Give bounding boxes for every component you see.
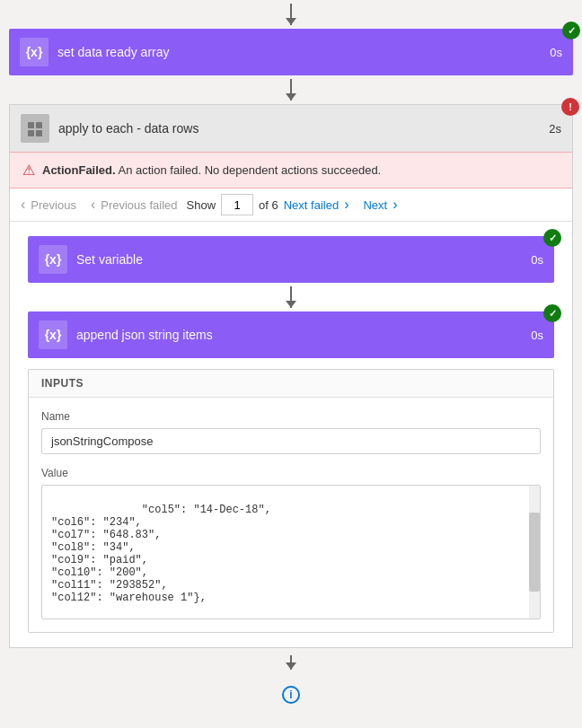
set-variable-left: {x} Set variable bbox=[39, 245, 143, 274]
set-data-ready-block[interactable]: {x} set data ready array 0s ✓ bbox=[9, 29, 573, 75]
main-container: {x} set data ready array 0s ✓ bbox=[0, 0, 582, 713]
value-field-label: Value bbox=[41, 467, 541, 479]
next-button[interactable]: Next bbox=[363, 198, 387, 212]
apply-each-duration: 2s bbox=[549, 122, 561, 136]
arrow-down-1 bbox=[290, 79, 292, 101]
set-variable-status-badge: ✓ bbox=[543, 229, 561, 247]
name-field-label: Name bbox=[41, 410, 541, 423]
set-data-ready-duration: 0s bbox=[550, 46, 562, 59]
scrollbar-thumb[interactable] bbox=[529, 513, 540, 592]
set-variable-wrapper[interactable]: {x} Set variable 0s ✓ bbox=[28, 236, 554, 283]
page-input[interactable] bbox=[221, 194, 253, 215]
error-title: ActionFailed. bbox=[42, 163, 116, 177]
next-failed-button[interactable]: Next failed bbox=[284, 198, 339, 212]
next-chevron[interactable] bbox=[392, 197, 397, 212]
pagination-bar: Previous Previous failed Show of 6 Next … bbox=[10, 189, 572, 222]
name-field-value: jsonStringCompose bbox=[41, 428, 541, 454]
arrow-connector-1 bbox=[9, 75, 573, 104]
value-content: "col5": "14-Dec-18", "col6": "234", "col… bbox=[51, 504, 271, 604]
inputs-header: INPUTS bbox=[29, 370, 553, 398]
info-label: i bbox=[289, 689, 292, 701]
action-left: {x} set data ready array bbox=[20, 38, 170, 66]
apply-each-header-wrapper[interactable]: apply to each - data rows 2s ! bbox=[10, 105, 572, 152]
apply-each-content: {x} Set variable 0s ✓ {x} bbox=[10, 222, 572, 647]
bottom-arrow-down bbox=[290, 655, 292, 670]
inner-arrow-connector bbox=[28, 283, 554, 311]
previous-button[interactable]: Previous bbox=[31, 198, 76, 212]
set-data-ready-status-badge: ✓ bbox=[562, 22, 580, 39]
svg-rect-0 bbox=[28, 122, 34, 128]
svg-rect-2 bbox=[28, 130, 34, 136]
inputs-body: Name jsonStringCompose Value "col5": "14… bbox=[29, 398, 553, 632]
bottom-arrow-connector bbox=[9, 648, 573, 677]
previous-failed-button[interactable]: Previous failed bbox=[101, 198, 177, 212]
prev-failed-chevron-icon[interactable] bbox=[91, 197, 95, 212]
top-arrow-down bbox=[290, 4, 292, 25]
append-json-left: {x} append json string items bbox=[39, 320, 213, 349]
show-label: Show bbox=[187, 198, 216, 212]
apply-each-icon bbox=[21, 114, 49, 143]
info-icon: i bbox=[282, 686, 300, 704]
apply-each-header[interactable]: apply to each - data rows 2s bbox=[10, 105, 572, 152]
append-json-icon: {x} bbox=[39, 320, 67, 349]
warning-icon: ⚠ bbox=[22, 162, 35, 179]
apply-each-left: apply to each - data rows bbox=[21, 114, 198, 143]
error-banner: ⚠ ActionFailed. An action failed. No dep… bbox=[10, 152, 572, 189]
top-arrow-connector bbox=[9, 0, 573, 29]
next-failed-icon bbox=[344, 197, 348, 212]
set-data-ready-icon: {x} bbox=[20, 38, 48, 66]
svg-rect-3 bbox=[36, 130, 42, 136]
append-json-label: append json string items bbox=[76, 328, 213, 342]
value-field-container: "col5": "14-Dec-18", "col6": "234", "col… bbox=[41, 485, 541, 619]
set-variable-duration: 0s bbox=[531, 253, 543, 267]
prev-chevron[interactable] bbox=[21, 197, 25, 212]
next-chevron-icon bbox=[392, 197, 397, 212]
error-text: ActionFailed. An action failed. No depen… bbox=[42, 163, 381, 177]
bottom-info: i bbox=[9, 677, 573, 713]
inputs-section: INPUTS Name jsonStringCompose Value "col… bbox=[28, 369, 554, 633]
set-data-ready-action[interactable]: {x} set data ready array 0s bbox=[9, 29, 573, 75]
set-variable-icon: {x} bbox=[39, 245, 67, 274]
append-json-wrapper[interactable]: {x} append json string items 0s ✓ bbox=[28, 311, 554, 358]
inner-arrow-down bbox=[290, 286, 292, 308]
set-variable-label: Set variable bbox=[76, 252, 143, 267]
set-data-ready-label: set data ready array bbox=[57, 45, 170, 59]
error-description: An action failed. No dependent actions s… bbox=[116, 163, 382, 177]
prev-chevron-icon bbox=[21, 197, 25, 212]
value-field-value[interactable]: "col5": "14-Dec-18", "col6": "234", "col… bbox=[41, 485, 541, 619]
scrollbar-track bbox=[529, 486, 540, 618]
svg-rect-1 bbox=[36, 122, 42, 128]
append-json-status-badge: ✓ bbox=[543, 304, 561, 322]
of-label: of 6 bbox=[259, 198, 278, 212]
append-json-action[interactable]: {x} append json string items 0s bbox=[28, 311, 554, 358]
apply-each-container: apply to each - data rows 2s ! ⚠ ActionF… bbox=[9, 104, 573, 648]
set-variable-action[interactable]: {x} Set variable 0s bbox=[28, 236, 554, 283]
apply-each-status-badge: ! bbox=[561, 98, 579, 116]
prev-failed-icon bbox=[91, 197, 95, 212]
next-failed-chevron-icon[interactable] bbox=[344, 197, 348, 212]
apply-each-label: apply to each - data rows bbox=[58, 121, 198, 136]
append-json-duration: 0s bbox=[531, 329, 543, 342]
